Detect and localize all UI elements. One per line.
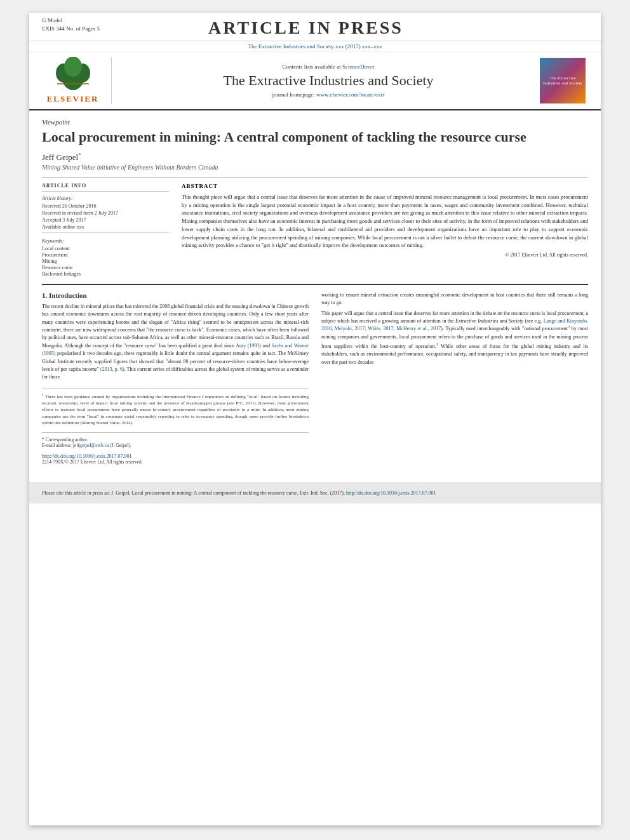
elsevier-logo: ELSEVIER	[42, 57, 112, 104]
journal-homepage: journal homepage: www.elsevier.com/locat…	[272, 91, 385, 98]
top-bar: G Model EXIS 344 No. of Pages 5 ARTICLE …	[29, 13, 601, 41]
footnote-text: 1 There has been guidance created by org…	[42, 392, 309, 426]
corr-email[interactable]: jeffgeipel@ewb.ca	[73, 443, 109, 448]
svg-point-4	[64, 57, 82, 77]
keyword-3: Mining	[42, 258, 169, 264]
page: G Model EXIS 344 No. of Pages 5 ARTICLE …	[29, 13, 601, 825]
ref-links[interactable]: Lange and Kinyondo, 2016; Melyoki, 2017;…	[321, 318, 588, 331]
contents-available: Contents lists available at ScienceDirec…	[283, 63, 375, 70]
history-label: Article history:	[42, 196, 169, 201]
body-right-col: working to ensure mineral extraction cre…	[321, 291, 588, 465]
article-in-press-label: ARTICLE IN PRESS	[100, 17, 512, 38]
info-abstract-section: ARTICLE INFO Article history: Received 2…	[42, 183, 588, 277]
journal-title: The Extractive Industries and Society	[223, 72, 433, 89]
year-link[interactable]: (2013, p. 6)	[100, 366, 124, 372]
body-left-col: 1. Introduction The recent decline in mi…	[42, 291, 309, 465]
author-name: Jeff Geipel*	[42, 152, 588, 163]
keyword-4: Resource curse	[42, 265, 169, 270]
corresponding-author: * Corresponding author. E-mail address: …	[42, 432, 309, 448]
article-info: ARTICLE INFO Article history: Received 2…	[42, 183, 169, 277]
keyword-5: Backward linkages	[42, 271, 169, 277]
doi-link[interactable]: http://dx.doi.org/10.1016/j.exis.2017.07…	[42, 453, 131, 459]
bottom-doi: http://dx.doi.org/10.1016/j.exis.2017.07…	[42, 453, 309, 465]
keyword-2: Procurement	[42, 252, 169, 258]
article-info-title: ARTICLE INFO	[42, 183, 169, 189]
keywords-label: Keywords:	[42, 238, 169, 244]
abstract-title: ABSTRACT	[182, 183, 588, 189]
abstract-text: This thought piece will argue that a cen…	[182, 193, 588, 250]
sciencedirect-link[interactable]: ScienceDirect	[342, 63, 374, 70]
corr-email-line: E-mail address: jeffgeipel@ewb.ca (J. Ge…	[42, 443, 309, 448]
citation-bar: Please cite this article in press as: J.…	[29, 483, 601, 503]
homepage-url[interactable]: www.elsevier.com/locate/exis	[316, 91, 384, 98]
corr-label: * Corresponding author.	[42, 437, 309, 443]
issn-line: 2214-790X/© 2017 Elsevier Ltd. All right…	[42, 459, 309, 465]
copyright-line: © 2017 Elsevier Ltd. All rights reserved…	[182, 252, 588, 258]
cover-image: The Extractive Industries and Society	[540, 58, 586, 103]
accepted-date: Accepted 3 July 2017	[42, 217, 169, 223]
citation-doi-link[interactable]: http://dx.doi.org/10.1016/j.exis.2017.07…	[346, 490, 436, 496]
g-model-info: G Model EXIS 344 No. of Pages 5	[42, 17, 100, 32]
introduction-heading: 1. Introduction	[42, 291, 309, 299]
revised-date: Received in revised form 2 July 2017	[42, 210, 169, 216]
journal-center: Contents lists available at ScienceDirec…	[119, 57, 537, 104]
right-para-1: working to ensure mineral extraction cre…	[321, 291, 588, 307]
keyword-1: Local content	[42, 246, 169, 251]
article-body: Viewpoint Local procurement in mining: A…	[29, 110, 601, 472]
abstract-section: ABSTRACT This thought piece will argue t…	[182, 183, 588, 277]
available-online: Available online xxx	[42, 224, 169, 230]
viewpoint-label: Viewpoint	[42, 118, 588, 126]
journal-header: ELSEVIER Contents lists available at Sci…	[29, 52, 601, 110]
elsevier-tree-icon	[51, 57, 95, 92]
main-divider	[42, 284, 588, 285]
article-title: Local procurement in mining: A central c…	[42, 128, 588, 147]
footnote-area: 1 There has been guidance created by org…	[42, 388, 309, 426]
info-divider	[42, 191, 169, 192]
right-para-2: This paper will argue that a central iss…	[321, 310, 588, 366]
doi-header-bar: The Extractive Industries and Society xx…	[29, 41, 601, 52]
info-divider-2	[42, 232, 169, 233]
intro-para-1: The recent decline in mineral prices tha…	[42, 303, 309, 382]
divider-1	[42, 177, 588, 178]
author-affiliation: Mining Shared Value initiative of Engine…	[42, 164, 588, 171]
received-date: Received 26 October 2016	[42, 203, 169, 209]
auty-link[interactable]: Auty (1993)	[236, 343, 261, 349]
elsevier-text: ELSEVIER	[47, 94, 99, 104]
body-columns: 1. Introduction The recent decline in mi…	[42, 291, 588, 465]
keywords-section: Keywords: Local content Procurement Mini…	[42, 238, 169, 277]
sachs-link[interactable]: Sachs and Warner (1995)	[42, 343, 309, 356]
journal-cover: The Extractive Industries and Society	[537, 57, 588, 104]
